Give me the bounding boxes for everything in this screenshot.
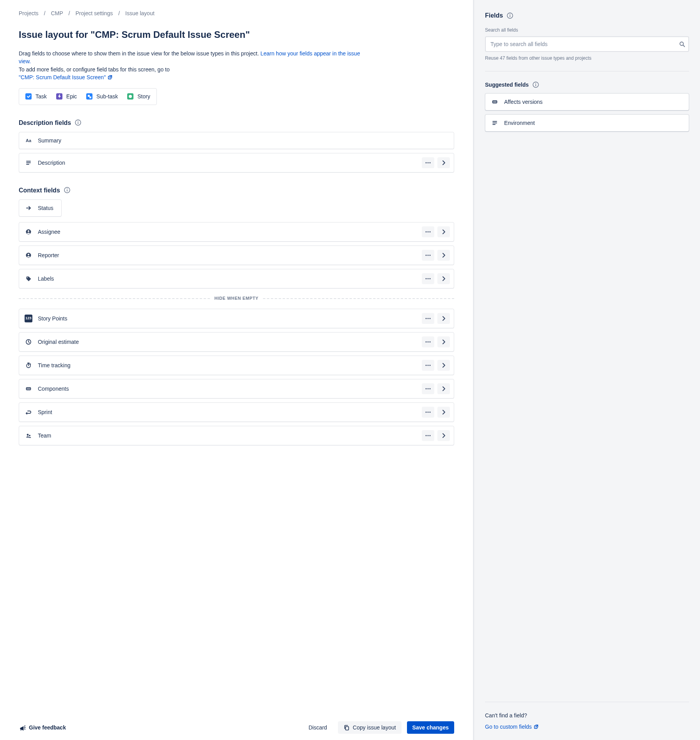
give-feedback-button[interactable]: Give feedback [19, 724, 66, 731]
field-original-estimate[interactable]: Original estimate [19, 332, 454, 352]
field-more-button[interactable] [422, 360, 434, 371]
field-team[interactable]: Team [19, 426, 454, 445]
field-expand-button[interactable] [437, 360, 450, 371]
issue-type-label: Story [137, 92, 150, 100]
search-fields-input[interactable] [485, 36, 689, 52]
sprint-icon [25, 408, 32, 416]
field-more-button[interactable] [422, 383, 434, 394]
text-field-icon [25, 137, 32, 144]
field-more-button[interactable] [422, 407, 434, 418]
field-sprint[interactable]: Sprint [19, 402, 454, 422]
field-status[interactable]: Status [19, 199, 62, 217]
more-icon [425, 409, 431, 415]
person-icon [25, 228, 32, 236]
suggested-fields-heading: Suggested fields [485, 81, 689, 89]
context-status-wrap: Status [19, 199, 454, 217]
info-icon[interactable] [75, 119, 81, 126]
field-components[interactable]: Components [19, 379, 454, 398]
suggested-field-environment[interactable]: Environment [485, 114, 689, 132]
tag-icon [25, 275, 32, 283]
intro-line-2: To add more fields, or configure field t… [19, 66, 170, 73]
chevron-right-icon [441, 409, 447, 415]
suggested-field-affects-versions[interactable]: Affects versions [485, 93, 689, 110]
field-more-button[interactable] [422, 273, 434, 284]
discard-button[interactable]: Discard [303, 721, 332, 734]
more-icon [425, 362, 431, 368]
chevron-right-icon [441, 229, 447, 235]
screen-config-link-text: "CMP: Scrum Default Issue Screen" [19, 73, 106, 81]
field-summary[interactable]: Summary [19, 132, 454, 149]
field-label: Original estimate [38, 338, 79, 346]
external-link-icon [533, 724, 539, 729]
more-icon [425, 339, 431, 345]
aside-heading-text: Fields [485, 11, 503, 20]
breadcrumb-projects[interactable]: Projects [19, 9, 39, 17]
field-more-button[interactable] [422, 250, 434, 261]
breadcrumb-cmp[interactable]: CMP [51, 9, 63, 17]
field-labels[interactable]: Labels [19, 269, 454, 288]
info-icon[interactable] [64, 187, 70, 193]
field-expand-button[interactable] [437, 250, 450, 261]
breadcrumb-project-settings[interactable]: Project settings [75, 9, 113, 17]
field-expand-button[interactable] [437, 226, 450, 237]
search-icon [679, 41, 685, 47]
field-more-button[interactable] [422, 336, 434, 347]
aside-heading: Fields [485, 11, 689, 20]
stopwatch-icon [25, 361, 32, 369]
breadcrumb: Projects / CMP / Project settings / Issu… [19, 9, 454, 17]
field-expand-button[interactable] [437, 336, 450, 347]
field-expand-button[interactable] [437, 157, 450, 168]
breadcrumb-current: Issue layout [125, 9, 155, 17]
field-assignee[interactable]: Assignee [19, 222, 454, 242]
field-story-points[interactable]: 123 Story Points [19, 309, 454, 328]
field-more-button[interactable] [422, 430, 434, 441]
field-label: Labels [38, 275, 54, 283]
field-expand-button[interactable] [437, 407, 450, 418]
field-more-button[interactable] [422, 157, 434, 168]
context-fields-hidden: 123 Story Points Original estimate [19, 309, 454, 445]
save-changes-button[interactable]: Save changes [407, 721, 454, 734]
more-icon [425, 252, 431, 258]
screen-config-link[interactable]: "CMP: Scrum Default Issue Screen" [19, 73, 113, 81]
section-heading-text: Description fields [19, 118, 71, 127]
field-more-button[interactable] [422, 226, 434, 237]
field-label: Time tracking [38, 361, 71, 369]
paragraph-field-icon [25, 159, 32, 167]
arrow-right-icon [25, 204, 32, 212]
more-icon [425, 229, 431, 235]
field-expand-button[interactable] [437, 383, 450, 394]
issue-types-scope: Task Epic Sub-task Story [19, 88, 157, 105]
context-fields-heading: Context fields [19, 186, 454, 195]
field-expand-button[interactable] [437, 430, 450, 441]
field-label: Sprint [38, 408, 52, 416]
chevron-right-icon [441, 160, 447, 166]
intro-line-1: Drag fields to choose where to show them… [19, 50, 259, 57]
field-time-tracking[interactable]: Time tracking [19, 356, 454, 375]
context-fields-top: Assignee Reporter Labels [19, 222, 454, 288]
field-expand-button[interactable] [437, 313, 450, 324]
copy-layout-label: Copy issue layout [353, 724, 396, 731]
intro-text: Drag fields to choose where to show them… [19, 50, 362, 81]
field-description[interactable]: Description [19, 153, 454, 173]
field-label: Description [38, 159, 65, 167]
more-icon [425, 160, 431, 166]
more-icon [425, 432, 431, 439]
issue-type-label: Sub-task [96, 92, 118, 100]
field-more-button[interactable] [422, 313, 434, 324]
field-label: Environment [504, 119, 535, 127]
epic-icon [56, 93, 62, 100]
field-reporter[interactable]: Reporter [19, 245, 454, 265]
number-field-icon: 123 [25, 315, 32, 322]
chevron-right-icon [441, 362, 447, 368]
go-to-custom-fields-link[interactable]: Go to custom fields [485, 723, 539, 731]
info-icon[interactable] [533, 82, 539, 88]
field-expand-button[interactable] [437, 273, 450, 284]
info-icon[interactable] [507, 12, 513, 19]
page-title: Issue layout for "CMP: Scrum Default Iss… [19, 28, 454, 42]
suggested-fields-list: Affects versions Environment [485, 93, 689, 132]
copy-layout-button[interactable]: Copy issue layout [338, 721, 402, 734]
field-label: Reporter [38, 251, 59, 259]
section-heading-text: Suggested fields [485, 81, 529, 89]
field-label: Status [38, 204, 53, 212]
more-icon [425, 276, 431, 282]
